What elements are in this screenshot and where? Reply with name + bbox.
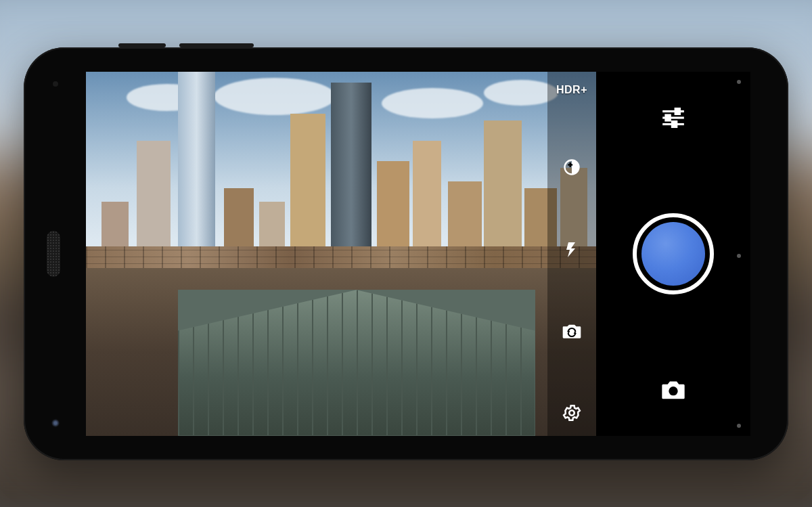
shutter-button[interactable] [633,213,714,294]
hdr-toggle[interactable]: HDR+ [556,84,587,96]
svg-rect-7 [675,108,679,114]
flash-icon[interactable] [561,238,583,260]
proximity-sensor [53,81,58,87]
camera-app-screen: HDR+ [86,72,750,436]
quick-options-strip: HDR+ [547,72,596,436]
device-left-bezel [24,47,86,460]
shutter-inner [641,222,705,286]
camera-mode-icon[interactable] [660,376,687,403]
tune-sliders-icon[interactable] [660,104,687,131]
device-right-bezel [750,47,788,460]
capture-control-bar [596,72,750,436]
earpiece-speaker [47,231,60,277]
exposure-icon[interactable] [561,156,583,178]
device-volume-button [179,43,254,47]
camera-viewfinder[interactable]: HDR+ [86,72,596,436]
front-camera-lens [51,418,60,428]
svg-rect-11 [672,121,676,127]
device-power-button [118,43,166,47]
settings-gear-icon[interactable] [561,402,583,424]
phone-device-frame: HDR+ [24,47,788,460]
svg-rect-9 [666,115,670,120]
switch-camera-icon[interactable] [561,320,583,342]
svg-point-12 [669,387,677,395]
